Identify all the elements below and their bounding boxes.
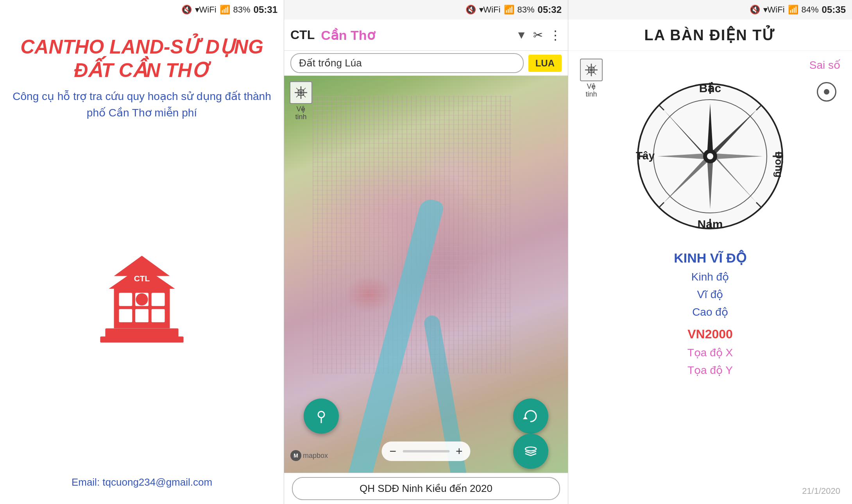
svg-point-18 <box>318 411 324 418</box>
svg-rect-3 <box>119 293 132 306</box>
svg-marker-20 <box>523 416 528 419</box>
compass-content: Vệtinh Sai số <box>568 51 852 504</box>
map-view[interactable]: Vệtinh − + M mapbox <box>284 76 568 473</box>
time-display-2: 05:32 <box>538 4 562 15</box>
svg-line-24 <box>525 454 531 456</box>
location-fab[interactable] <box>304 399 339 434</box>
land-type-badge: LUA <box>528 55 562 72</box>
svg-point-50 <box>707 153 713 159</box>
splash-screen: 🔇 ▾WiFi 📶 83% 05:31 CANTHO LAND-SỬ DỤNGĐ… <box>0 0 284 504</box>
compass-header: LA BÀN ĐIỆN TỬ <box>568 20 852 51</box>
signal-icon-2: 📶 <box>504 5 514 15</box>
mapbox-icon: M <box>290 450 301 461</box>
cao-do-label: Cao độ <box>692 306 728 318</box>
wifi-icon-3: ▾WiFi <box>763 5 785 15</box>
satellite-label: Vệtinh <box>295 105 306 121</box>
more-options-icon[interactable]: ⋮ <box>549 28 562 43</box>
date-label: 21/1/2020 <box>802 486 840 496</box>
svg-rect-6 <box>119 309 132 322</box>
calibration-icon[interactable] <box>817 82 836 102</box>
mute-icon-2: 🔇 <box>465 5 476 15</box>
status-bar-2: 🔇 ▾WiFi 📶 83% 05:32 <box>284 0 568 20</box>
svg-text:Tây: Tây <box>636 150 655 162</box>
map-bottom-bar: QH SDĐ Ninh Kiều đến 2020 <box>284 473 568 504</box>
wifi-icon: ▾WiFi <box>195 5 217 15</box>
kinh-vi-do-title: KINH VĨ ĐỘ <box>674 250 746 266</box>
refresh-fab[interactable] <box>513 399 548 434</box>
svg-point-21 <box>525 447 536 451</box>
app-title: CANTHO LAND-SỬ DỤNGĐẤT CẦN THƠ <box>20 35 263 82</box>
status-bar-1: 🔇 ▾WiFi 📶 83% 05:31 <box>0 0 284 20</box>
mapbox-logo: M mapbox <box>290 450 328 461</box>
compass-satellite-label: Vệtinh <box>585 83 597 98</box>
svg-text:Bắc: Bắc <box>699 82 721 95</box>
svg-text:Đông: Đông <box>773 152 784 177</box>
signal-icon: 📶 <box>220 5 230 15</box>
svg-point-9 <box>136 293 148 305</box>
battery-text-3: 84% <box>802 5 819 15</box>
mute-icon: 🔇 <box>181 5 192 15</box>
time-display-1: 05:31 <box>254 4 277 15</box>
svg-line-22 <box>525 451 531 453</box>
svg-line-25 <box>531 454 536 456</box>
wifi-icon-2: ▾WiFi <box>479 5 501 15</box>
zoom-out-button[interactable]: − <box>389 445 396 458</box>
toa-do-x-label: Tọa độ X <box>687 346 733 359</box>
map-info-bar: Đất trồng Lúa LUA <box>284 51 568 76</box>
battery-text: 83% <box>233 5 251 15</box>
svg-rect-8 <box>152 309 165 322</box>
compass-screen: 🔇 ▾WiFi 📶 84% 05:35 LA BÀN ĐIỆN TỬ Vệtin… <box>568 0 852 504</box>
sai-so-button[interactable]: Sai số <box>809 59 840 71</box>
compass-satellite-tool[interactable]: Vệtinh <box>580 59 603 98</box>
time-display-3: 05:35 <box>822 4 846 15</box>
status-bar-3: 🔇 ▾WiFi 📶 84% 05:35 <box>568 0 852 20</box>
svg-rect-12 <box>100 336 183 343</box>
chevron-down-icon[interactable]: ▼ <box>516 29 527 41</box>
map-header: CTL Cần Thơ ▼ ✂ ⋮ <box>284 20 568 51</box>
zoom-in-button[interactable]: + <box>456 445 463 458</box>
svg-text:CTL: CTL <box>134 273 150 282</box>
map-screen: 🔇 ▾WiFi 📶 83% 05:32 CTL Cần Thơ ▼ ✂ ⋮ Đấ… <box>284 0 568 504</box>
map-info-label: QH SDĐ Ninh Kiều đến 2020 <box>292 477 560 500</box>
coordinates-section: KINH VĨ ĐỘ Kinh độ Vĩ độ Cao độ VN2000 T… <box>568 238 852 381</box>
compass-title: LA BÀN ĐIỆN TỬ <box>644 27 776 44</box>
zoom-controls[interactable]: − + <box>381 441 470 461</box>
compass-rose: Bắc Nam Tây Đông <box>636 82 784 231</box>
mute-icon-3: 🔇 <box>750 5 760 15</box>
svg-rect-11 <box>105 328 178 337</box>
vn2000-title: VN2000 <box>687 327 733 341</box>
vi-do-label: Vĩ độ <box>697 288 723 301</box>
ctl-label: CTL <box>290 28 315 42</box>
app-logo: CTL <box>91 248 193 350</box>
ruler-icon[interactable]: ✂ <box>533 28 543 42</box>
signal-icon-3: 📶 <box>788 5 798 15</box>
svg-text:Nam: Nam <box>697 218 723 231</box>
layer-fab[interactable] <box>513 434 548 469</box>
toa-do-y-label: Tọa độ Y <box>687 364 733 377</box>
svg-line-23 <box>531 451 536 453</box>
kinh-do-label: Kinh độ <box>691 270 729 283</box>
svg-rect-7 <box>135 309 149 322</box>
zoom-track[interactable] <box>403 450 449 452</box>
email-label: Email: tqcuong234@gmail.com <box>72 476 212 488</box>
svg-rect-5 <box>152 293 165 306</box>
battery-text-2: 83% <box>517 5 535 15</box>
app-subtitle: Công cụ hỗ trợ tra cứu quy hoạch sử dụng… <box>12 88 272 121</box>
land-type-label: Đất trồng Lúa <box>290 53 524 73</box>
city-name[interactable]: Cần Thơ <box>321 27 510 43</box>
satellite-tool[interactable]: Vệtinh <box>290 81 312 121</box>
